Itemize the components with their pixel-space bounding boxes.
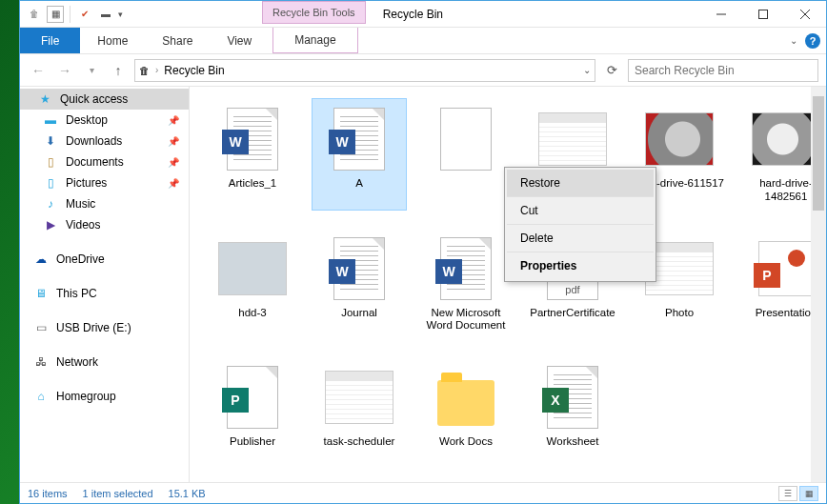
file-item[interactable]: WJournal bbox=[312, 228, 407, 340]
file-thumbnail: X bbox=[538, 363, 607, 432]
search-input[interactable] bbox=[635, 64, 812, 77]
music-icon: ♪ bbox=[43, 197, 58, 211]
qat-button-3[interactable]: ▬ bbox=[97, 6, 114, 23]
sidebar-item-quick-access[interactable]: ★ Quick access bbox=[20, 89, 189, 110]
pin-icon: 📌 bbox=[168, 157, 179, 168]
view-large-icons-button[interactable]: ▦ bbox=[799, 486, 818, 501]
file-item[interactable]: PPublisher bbox=[205, 356, 300, 455]
sidebar-item-usb-drive[interactable]: ▭ USB Drive (E:) bbox=[20, 317, 189, 338]
sidebar-label: Network bbox=[56, 355, 98, 369]
help-icon[interactable]: ? bbox=[805, 33, 820, 49]
sidebar-label: Pictures bbox=[66, 176, 107, 190]
sidebar-item-music[interactable]: ♪ Music bbox=[20, 193, 189, 214]
title-bar: 🗑 ▦ ✔ ▬ ▾ Recycle Bin Tools Recycle Bin bbox=[20, 1, 826, 28]
usb-icon: ▭ bbox=[33, 321, 49, 334]
file-item[interactable]: task-scheduler bbox=[312, 356, 407, 455]
sidebar-label: Quick access bbox=[60, 92, 128, 106]
back-button[interactable]: ← bbox=[28, 60, 49, 81]
sidebar-item-network[interactable]: 🖧 Network bbox=[20, 352, 189, 373]
pictures-icon: ▯ bbox=[43, 176, 58, 190]
scrollbar-thumb[interactable] bbox=[813, 96, 824, 211]
window-controls bbox=[700, 1, 826, 27]
sidebar-item-desktop[interactable]: ▬ Desktop 📌 bbox=[20, 110, 189, 131]
sidebar-item-onedrive[interactable]: ☁ OneDrive bbox=[20, 249, 189, 270]
sidebar-item-videos[interactable]: ▶ Videos bbox=[20, 214, 189, 235]
sidebar-item-documents[interactable]: ▯ Documents 📌 bbox=[20, 151, 189, 172]
file-item[interactable]: Work Docs bbox=[418, 356, 514, 455]
context-menu-delete[interactable]: Delete bbox=[507, 225, 654, 252]
file-label: Journal bbox=[341, 307, 377, 320]
context-menu-cut[interactable]: Cut bbox=[507, 197, 654, 225]
view-details-button[interactable]: ☰ bbox=[778, 486, 797, 501]
this-pc-icon: 🖥 bbox=[33, 287, 49, 300]
address-dropdown-icon[interactable]: ⌄ bbox=[583, 65, 591, 75]
body: ★ Quick access ▬ Desktop 📌 ⬇ Downloads 📌… bbox=[20, 87, 826, 482]
file-thumbnail: W bbox=[325, 234, 393, 303]
breadcrumb-separator: › bbox=[155, 65, 158, 75]
file-item[interactable]: WNew Microsoft Word Document bbox=[418, 228, 514, 340]
file-item[interactable]: WA bbox=[312, 98, 407, 211]
file-list[interactable]: WArticles_1WAdropboxhard-drive-611517har… bbox=[190, 87, 826, 482]
file-label: PartnerCertificate bbox=[530, 307, 615, 320]
pin-icon: 📌 bbox=[168, 136, 179, 147]
status-size: 15.1 KB bbox=[169, 488, 206, 499]
tab-manage[interactable]: Manage bbox=[272, 28, 357, 53]
status-bar: 16 items 1 item selected 15.1 KB ☰ ▦ bbox=[20, 482, 826, 503]
maximize-button[interactable] bbox=[742, 1, 784, 27]
sidebar-item-this-pc[interactable]: 🖥 This PC bbox=[20, 283, 189, 304]
file-item[interactable]: WArticles_1 bbox=[205, 98, 300, 211]
context-menu-restore[interactable]: Restore bbox=[507, 170, 654, 197]
file-label: New Microsoft Word Document bbox=[421, 307, 511, 333]
vertical-scrollbar[interactable] bbox=[811, 87, 826, 482]
breadcrumb-location[interactable]: Recycle Bin bbox=[164, 64, 224, 77]
file-thumbnail bbox=[432, 363, 500, 432]
file-thumbnail bbox=[218, 234, 287, 303]
file-label: Presentation bbox=[756, 307, 817, 320]
minimize-button[interactable] bbox=[700, 1, 742, 27]
file-thumbnail: W bbox=[325, 105, 393, 173]
tab-file[interactable]: File bbox=[20, 28, 80, 53]
tab-share[interactable]: Share bbox=[145, 28, 210, 53]
sidebar-label: Desktop bbox=[66, 113, 108, 127]
tab-view[interactable]: View bbox=[210, 28, 269, 53]
sidebar-item-pictures[interactable]: ▯ Pictures 📌 bbox=[20, 172, 189, 193]
file-label: Articles_1 bbox=[229, 177, 277, 191]
status-selection: 1 item selected bbox=[83, 488, 153, 499]
file-thumbnail: P bbox=[218, 363, 287, 432]
star-icon: ★ bbox=[37, 92, 52, 106]
close-button[interactable] bbox=[784, 1, 826, 27]
svg-rect-1 bbox=[759, 10, 768, 18]
breadcrumb-box[interactable]: 🗑 › Recycle Bin ⌄ bbox=[134, 59, 595, 82]
documents-icon: ▯ bbox=[43, 155, 58, 169]
contextual-tab-label: Recycle Bin Tools bbox=[262, 1, 366, 24]
qat-dropdown[interactable]: ▾ bbox=[118, 10, 123, 19]
file-thumbnail bbox=[325, 363, 393, 432]
sidebar-label: Videos bbox=[66, 218, 100, 232]
address-bar: ← → ▾ ↑ 🗑 › Recycle Bin ⌄ ⟳ bbox=[20, 54, 826, 87]
file-label: Photo bbox=[665, 307, 694, 320]
forward-button[interactable]: → bbox=[54, 60, 75, 81]
window-title: Recycle Bin bbox=[366, 1, 700, 27]
file-item[interactable] bbox=[418, 98, 514, 211]
downloads-icon: ⬇ bbox=[43, 134, 58, 148]
file-label: task-scheduler bbox=[324, 435, 395, 449]
refresh-button[interactable]: ⟳ bbox=[601, 60, 622, 81]
recent-locations-dropdown[interactable]: ▾ bbox=[81, 60, 102, 81]
context-menu-properties[interactable]: Properties bbox=[507, 252, 654, 279]
file-label: Worksheet bbox=[547, 435, 599, 449]
sidebar-item-downloads[interactable]: ⬇ Downloads 📌 bbox=[20, 131, 189, 151]
search-box[interactable] bbox=[628, 59, 818, 82]
qat-button-1[interactable]: ▦ bbox=[47, 6, 64, 23]
file-item[interactable]: hdd-3 bbox=[205, 228, 300, 340]
up-button[interactable]: ↑ bbox=[108, 60, 129, 81]
file-item[interactable]: XWorksheet bbox=[525, 356, 620, 455]
sidebar-label: Documents bbox=[66, 155, 124, 169]
homegroup-icon: ⌂ bbox=[33, 390, 49, 403]
expand-ribbon-icon[interactable]: ⌄ bbox=[790, 35, 797, 46]
navigation-pane: ★ Quick access ▬ Desktop 📌 ⬇ Downloads 📌… bbox=[20, 87, 190, 482]
recycle-bin-icon-small: 🗑 bbox=[139, 65, 150, 76]
sidebar-item-homegroup[interactable]: ⌂ Homegroup bbox=[20, 386, 189, 407]
tab-home[interactable]: Home bbox=[80, 28, 145, 53]
qat-properties-button[interactable]: ✔ bbox=[76, 6, 93, 23]
ribbon-tabs: File Home Share View Manage ⌄ ? bbox=[20, 28, 826, 54]
